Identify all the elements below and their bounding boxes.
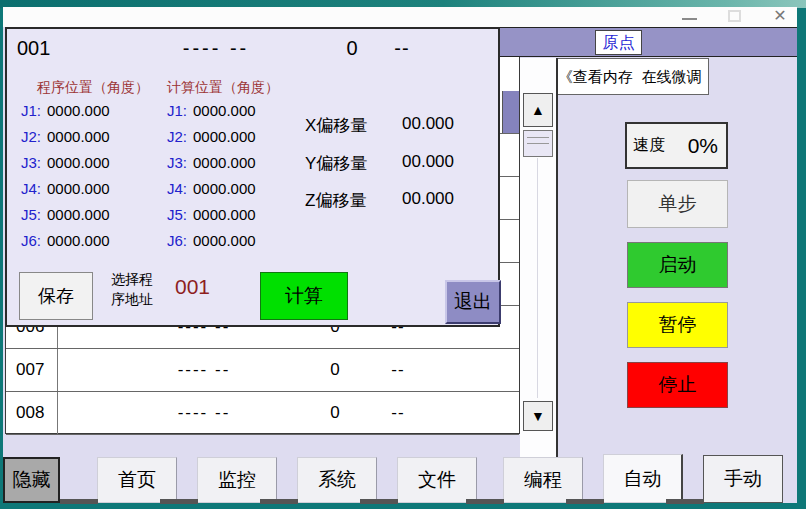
pause-button[interactable]: 暂停 (627, 302, 728, 348)
robot-controller-window: ✕ 006 ---- -- 0 -- 00 (0, 0, 806, 509)
speed-label: 速度 (633, 135, 665, 156)
joint-label: J1: (167, 102, 187, 119)
joint-label: J5: (21, 206, 41, 223)
row-endcell (502, 349, 519, 391)
joint-value: 0000.000 (47, 232, 110, 249)
row-flag: -- (383, 392, 413, 434)
joint-row: J4:0000.000 (167, 180, 256, 197)
program-address-value[interactable]: 001 (175, 275, 210, 299)
tab-hide[interactable]: 隐藏 (3, 457, 60, 503)
origin-button[interactable]: 原点 (595, 30, 642, 55)
row-endcell (502, 306, 519, 348)
joint-value: 0000.000 (47, 206, 110, 223)
program-line-command: ---- -- (172, 33, 260, 63)
table-scrollbar: ▲ ▼ (520, 58, 558, 461)
row-flag: -- (383, 349, 413, 391)
joint-label: J1: (21, 102, 41, 119)
row-endcell (502, 220, 519, 262)
joint-label: J4: (167, 180, 187, 197)
joint-label: J2: (21, 128, 41, 145)
joint-label: J4: (21, 180, 41, 197)
joint-value: 0000.000 (47, 102, 110, 119)
joint-row: J1:0000.000 (167, 102, 256, 119)
row-endcell (502, 263, 519, 305)
mode-header-bar: 原点 (500, 27, 797, 57)
row-endcell (502, 177, 519, 219)
tab-system[interactable]: 系统 (297, 457, 377, 503)
joint-value: 0000.000 (47, 180, 110, 197)
row-number: 007 (6, 349, 58, 391)
title-bar: ✕ (3, 7, 797, 27)
joint-value: 0000.000 (193, 206, 256, 223)
z-offset-value: 00.000 (402, 189, 454, 209)
x-offset-label: X偏移量 (305, 116, 367, 135)
joint-value: 0000.000 (193, 180, 256, 197)
stop-button[interactable]: 停止 (627, 362, 728, 408)
online-fine-tune-button[interactable]: 在线微调 (635, 58, 709, 95)
tab-auto[interactable]: 自动 (603, 454, 683, 503)
selected-program-row: 001 ---- -- 0 -- (7, 33, 498, 63)
joint-row: J3:0000.000 (167, 154, 256, 171)
joint-row: J6:0000.000 (21, 232, 110, 249)
minimize-icon[interactable] (682, 18, 697, 20)
joint-row: J4:0000.000 (21, 180, 110, 197)
joint-row: J2:0000.000 (21, 128, 110, 145)
x-offset-value: 00.000 (402, 114, 454, 134)
program-line-value: 0 (337, 33, 367, 63)
selected-row-highlight (502, 91, 519, 133)
y-offset-row: Y偏移量00.000 (305, 152, 367, 175)
row-endcell (502, 134, 519, 176)
table-row-007[interactable]: 007 ---- -- 0 -- (6, 349, 519, 392)
calculate-button[interactable]: 计算 (260, 272, 348, 320)
tab-program[interactable]: 编程 (503, 457, 583, 503)
select-program-address-label: 选择程 序地址 (111, 269, 173, 309)
start-button[interactable]: 启动 (627, 242, 728, 288)
program-line-flag: -- (382, 33, 422, 63)
y-offset-label: Y偏移量 (305, 154, 367, 173)
program-line-number: 001 (17, 33, 50, 63)
origin-calibration-dialog: 001 ---- -- 0 -- 程序位置（角度） 计算位置（角度） J1:00… (5, 27, 500, 327)
joint-value: 0000.000 (193, 102, 256, 119)
exit-button[interactable]: 退出 (445, 280, 501, 324)
tab-monitor[interactable]: 监控 (197, 457, 277, 503)
z-offset-label: Z偏移量 (305, 191, 366, 210)
scrollbar-track[interactable] (537, 158, 538, 398)
row-command: ---- -- (159, 349, 249, 391)
view-memory-button[interactable]: 《查看内存 (555, 58, 636, 95)
joint-row: J1:0000.000 (21, 102, 110, 119)
speed-display: 速度 0% (625, 122, 728, 169)
scroll-down-icon[interactable]: ▼ (523, 401, 553, 431)
row-endcell (502, 392, 519, 434)
table-row-008[interactable]: 008 ---- -- 0 -- (6, 392, 519, 435)
joint-value: 0000.000 (47, 154, 110, 171)
joint-row: J5:0000.000 (21, 206, 110, 223)
joint-row: J2:0000.000 (167, 128, 256, 145)
scrollbar-thumb[interactable] (523, 130, 553, 157)
tab-manual[interactable]: 手动 (703, 455, 783, 503)
single-step-button[interactable]: 单步 (627, 180, 728, 228)
maximize-icon[interactable] (728, 10, 741, 22)
joint-value: 0000.000 (193, 232, 256, 249)
row-number: 008 (6, 392, 58, 434)
close-icon[interactable]: ✕ (769, 6, 791, 26)
calc-position-title: 计算位置（角度） (167, 79, 279, 97)
addr-label-line1: 选择程 (111, 269, 173, 289)
joint-label: J3: (21, 154, 41, 171)
joint-label: J3: (167, 154, 187, 171)
joint-row: J3:0000.000 (21, 154, 110, 171)
joint-label: J5: (167, 206, 187, 223)
app-surface: 006 ---- -- 0 -- 007 ---- -- 0 -- 008 --… (3, 27, 797, 503)
tab-home[interactable]: 首页 (97, 457, 177, 503)
save-button[interactable]: 保存 (19, 272, 93, 320)
row-command: ---- -- (159, 392, 249, 434)
joint-label: J2: (167, 128, 187, 145)
joint-row: J6:0000.000 (167, 232, 256, 249)
scroll-up-icon[interactable]: ▲ (523, 93, 553, 127)
joint-row: J5:0000.000 (167, 206, 256, 223)
joint-label: J6: (167, 232, 187, 249)
row-value: 0 (320, 349, 350, 391)
joint-value: 0000.000 (193, 128, 256, 145)
row-value: 0 (320, 392, 350, 434)
z-offset-row: Z偏移量00.000 (305, 189, 366, 212)
tab-file[interactable]: 文件 (397, 457, 477, 503)
